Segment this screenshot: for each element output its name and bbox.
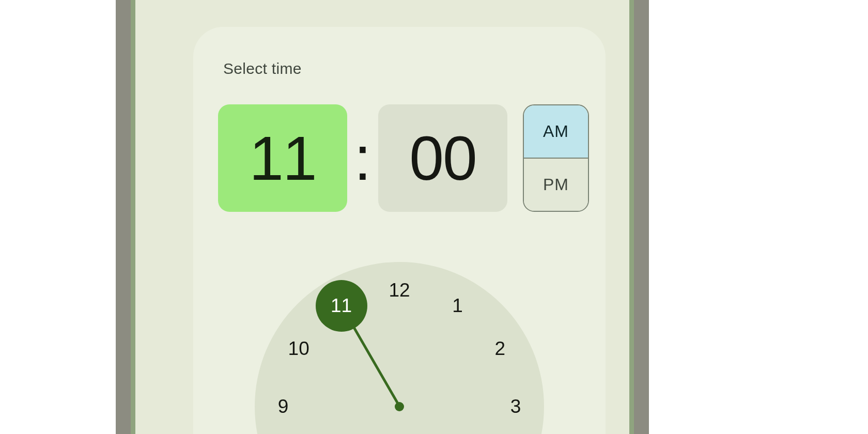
clock-center-dot <box>395 402 404 411</box>
clock-number-12[interactable]: 12 <box>384 275 415 306</box>
am-button[interactable]: AM <box>524 105 588 159</box>
hour-field[interactable]: 11 <box>218 104 347 212</box>
ampm-toggle: AM PM <box>523 104 589 212</box>
clock-face[interactable]: 12123456789101111 <box>255 262 544 434</box>
clock-number-9[interactable]: 9 <box>268 391 299 422</box>
stage-background: Select time 11 : 00 AM PM 12123456789101… <box>116 0 649 434</box>
time-picker-dialog: Select time 11 : 00 AM PM 12123456789101… <box>193 27 606 434</box>
clock-number-10[interactable]: 10 <box>283 333 314 364</box>
clock-number-3[interactable]: 3 <box>500 391 531 422</box>
clock-number-2[interactable]: 2 <box>485 333 516 364</box>
dialog-title: Select time <box>223 60 302 78</box>
clock-number-1[interactable]: 1 <box>442 290 473 321</box>
time-display-row: 11 : 00 AM PM <box>218 104 589 212</box>
minute-field[interactable]: 00 <box>378 104 507 212</box>
pm-button[interactable]: PM <box>524 159 588 211</box>
clock-selected-indicator[interactable]: 11 <box>316 280 367 332</box>
time-separator: : <box>347 122 378 194</box>
